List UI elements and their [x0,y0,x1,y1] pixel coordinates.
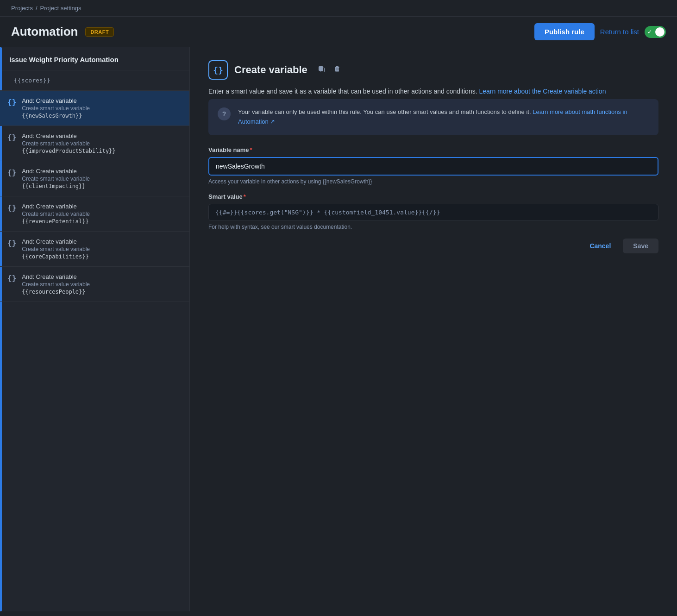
sidebar-item-sub-5: Create smart value variable [22,281,90,288]
create-variable-icon-2: {} [7,168,16,177]
content-area: {} Create variable Enter a smart value a… [190,47,677,611]
sidebar-item-label-5: And: Create variable [22,273,90,280]
sidebar-item-sub-1: Create smart value variable [22,140,115,147]
sidebar-item-2[interactable]: {} And: Create variable Create smart val… [0,161,189,196]
sidebar-item-var-0: {{newSalesGrowth}} [22,113,90,119]
create-variable-icon-1: {} [7,133,16,142]
create-variable-icon-4: {} [7,239,16,247]
draft-badge: DRAFT [85,27,114,37]
page-title: Automation [11,25,78,39]
sidebar-item-content-1: And: Create variable Create smart value … [22,132,115,154]
save-button[interactable]: Save [623,239,658,253]
sidebar-header: Issue Weight Priority Automation [0,47,189,70]
sidebar-item-label-3: And: Create variable [22,203,90,210]
cv-header: {} Create variable [208,60,658,80]
scores-entry: {{scores}} [0,70,189,91]
cancel-button[interactable]: Cancel [583,239,617,253]
info-icon: ? [218,107,231,120]
toggle-check-icon: ✓ [647,29,652,35]
cv-description: Enter a smart value and save it as a var… [208,86,658,96]
cv-title: Create variable [234,64,307,76]
sidebar-item-content-2: And: Create variable Create smart value … [22,168,90,189]
sidebar-item-label-1: And: Create variable [22,132,115,139]
sidebar: Issue Weight Priority Automation {{score… [0,47,190,611]
automation-toggle[interactable]: ✓ [645,26,666,38]
sidebar-item-1[interactable]: {} And: Create variable Create smart val… [0,126,189,161]
sidebar-item-var-4: {{coreCapabilities}} [22,253,90,260]
smart-values-docs-link[interactable]: see our smart values documentation. [261,224,352,230]
smart-value-label: Smart value* [208,193,658,200]
create-variable-icon-5: {} [7,274,16,283]
sep1: / [36,5,38,12]
header-actions: Publish rule Return to list ✓ [534,23,666,40]
sidebar-item-5[interactable]: {} And: Create variable Create smart val… [0,267,189,302]
sidebar-item-sub-0: Create smart value variable [22,105,90,112]
variable-name-group: Variable name* Access your variable in o… [208,146,658,185]
return-to-list-link[interactable]: Return to list [600,28,639,36]
publish-rule-button[interactable]: Publish rule [534,23,595,40]
sidebar-list[interactable]: {{scores}} {} And: Create variable Creat… [0,70,189,611]
required-asterisk-2: * [244,193,246,200]
smart-value-input[interactable] [208,204,658,221]
cv-icon: {} [208,60,228,80]
variable-name-input[interactable] [208,157,658,176]
smart-value-hint: For help with syntax, see our smart valu… [208,224,658,230]
sidebar-item-content-0: And: Create variable Create smart value … [22,97,90,119]
cv-actions [316,64,343,75]
sidebar-item-label-2: And: Create variable [22,168,90,175]
sidebar-item-content-3: And: Create variable Create smart value … [22,203,90,225]
sidebar-item-sub-3: Create smart value variable [22,211,90,217]
sidebar-item-label-4: And: Create variable [22,238,90,245]
variable-name-label: Variable name* [208,146,658,153]
create-variable-icon-3: {} [7,203,16,212]
top-nav: Projects / Project settings [0,0,677,17]
sidebar-item-sub-4: Create smart value variable [22,246,90,252]
sidebar-item-content-5: And: Create variable Create smart value … [22,273,90,295]
sidebar-item-var-5: {{resourcesPeople}} [22,289,90,295]
sidebar-item-0[interactable]: {} And: Create variable Create smart val… [0,91,189,126]
sidebar-item-sub-2: Create smart value variable [22,176,90,182]
learn-more-link[interactable]: Learn more about the Create variable act… [479,88,606,95]
smart-value-group: Smart value* For help with syntax, see o… [208,193,658,230]
copy-button[interactable] [316,64,327,75]
main-layout: Issue Weight Priority Automation {{score… [0,47,677,611]
sidebar-item-var-3: {{revenuePotential}} [22,218,90,225]
sidebar-item-label-0: And: Create variable [22,97,90,104]
sidebar-title: Issue Weight Priority Automation [9,56,180,63]
sidebar-item-var-1: {{improvedProductStability}} [22,148,115,154]
project-settings-link[interactable]: Project settings [40,5,81,12]
projects-link[interactable]: Projects [11,5,33,12]
toggle-knob [655,27,664,37]
info-text: Your variable can only be used within th… [238,107,649,127]
sidebar-item-3[interactable]: {} And: Create variable Create smart val… [0,196,189,232]
info-box: ? Your variable can only be used within … [208,99,658,135]
create-variable-icon-0: {} [7,98,16,107]
header: Automation DRAFT Publish rule Return to … [0,17,677,47]
sidebar-item-4[interactable]: {} And: Create variable Create smart val… [0,232,189,267]
variable-name-hint: Access your variable in other actions by… [208,178,658,185]
sidebar-item-content-4: And: Create variable Create smart value … [22,238,90,260]
sidebar-item-var-2: {{clientImpacting}} [22,183,90,189]
required-asterisk: * [250,146,252,153]
actions-row: Cancel Save [208,239,658,253]
delete-button[interactable] [332,64,343,75]
